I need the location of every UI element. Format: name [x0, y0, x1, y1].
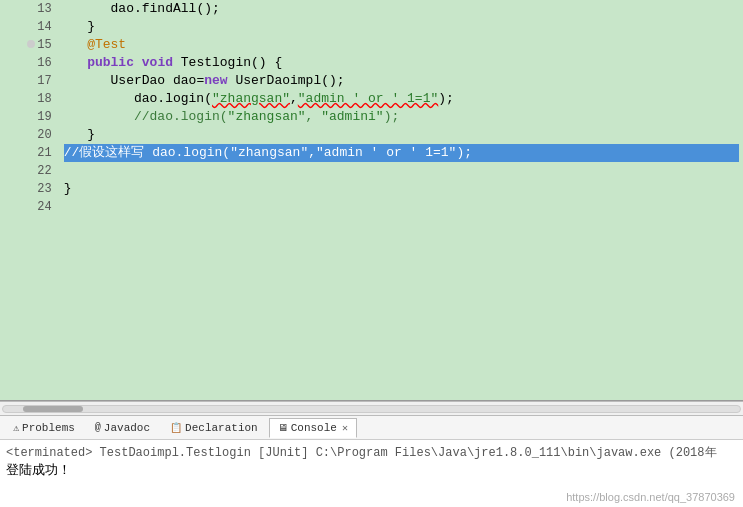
line-content: public void Testlogin() { — [60, 54, 743, 72]
scrollbar-thumb[interactable] — [23, 406, 83, 412]
tab-declaration[interactable]: 📋Declaration — [161, 418, 267, 438]
code-line: 18 dao.login("zhangsan","admin ' or ' 1=… — [0, 90, 743, 108]
token-str: "zhangsan" — [212, 91, 290, 106]
tab-icon: @ — [95, 422, 101, 433]
code-line: 21//假设这样写 dao.login("zhangsan","admin ' … — [0, 144, 743, 162]
token-kw: void — [142, 55, 173, 70]
line-content: //假设这样写 dao.login("zhangsan","admin ' or… — [60, 144, 743, 162]
code-table: 13 dao.findAll();14 }15 @Test16 public v… — [0, 0, 743, 216]
tab-icon: ⚠ — [13, 422, 19, 434]
tab-console[interactable]: 🖥Console✕ — [269, 418, 357, 438]
bottom-tabs: ⚠Problems@Javadoc📋Declaration🖥Console✕ — [0, 415, 743, 439]
line-number: 18 — [0, 90, 60, 108]
code-line: 24 — [0, 198, 743, 216]
console-terminated-text: <terminated> TestDaoimpl.Testlogin [JUni… — [6, 444, 737, 461]
breakpoint-dot — [27, 40, 35, 48]
code-line: 20 } — [0, 126, 743, 144]
token-str: "admin ' or ' 1=1" — [298, 91, 438, 106]
line-number: 20 — [0, 126, 60, 144]
code-line: 19 //dao.login("zhangsan", "admini"); — [0, 108, 743, 126]
line-content: //dao.login("zhangsan", "admini"); — [60, 108, 743, 126]
scrollbar-track[interactable] — [2, 405, 741, 413]
scrollbar-area[interactable] — [0, 401, 743, 415]
line-content: @Test — [60, 36, 743, 54]
line-content: dao.findAll(); — [60, 0, 743, 18]
line-content: } — [60, 126, 743, 144]
line-content: dao.login("zhangsan","admin ' or ' 1=1")… — [60, 90, 743, 108]
token-str2: "zhangsan" — [228, 109, 306, 124]
line-content — [60, 198, 743, 216]
token-comment: ); — [384, 109, 400, 124]
code-line: 22 — [0, 162, 743, 180]
code-line: 17 UserDao dao=new UserDaoimpl(); — [0, 72, 743, 90]
line-content — [60, 162, 743, 180]
tab-icon: 📋 — [170, 422, 182, 434]
line-number: 14 — [0, 18, 60, 36]
code-line: 23} — [0, 180, 743, 198]
highlighted-line: //假设这样写 dao.login("zhangsan","admin ' or… — [64, 144, 739, 162]
token-annotation: @Test — [87, 37, 126, 52]
line-number: 16 — [0, 54, 60, 72]
code-line: 13 dao.findAll(); — [0, 0, 743, 18]
line-content: UserDao dao=new UserDaoimpl(); — [60, 72, 743, 90]
tab-label: Console — [291, 422, 337, 434]
token-str2: "admini" — [321, 109, 383, 124]
token-kw: new — [204, 73, 227, 88]
token-comment: , — [306, 109, 322, 124]
console-success-text: 登陆成功！ — [6, 461, 737, 479]
tab-label: Declaration — [185, 422, 258, 434]
line-number: 17 — [0, 72, 60, 90]
line-number: 13 — [0, 0, 60, 18]
line-number: 24 — [0, 198, 60, 216]
tab-icon: 🖥 — [278, 422, 288, 434]
line-content: } — [60, 180, 743, 198]
code-line: 15 @Test — [0, 36, 743, 54]
tab-label: Javadoc — [104, 422, 150, 434]
line-number: 19 — [0, 108, 60, 126]
line-number: 23 — [0, 180, 60, 198]
tab-close-button[interactable]: ✕ — [342, 422, 348, 434]
token-comment: //dao.login( — [64, 109, 228, 124]
code-editor: 13 dao.findAll();14 }15 @Test16 public v… — [0, 0, 743, 401]
line-content: } — [60, 18, 743, 36]
line-number: 22 — [0, 162, 60, 180]
console-area: <terminated> TestDaoimpl.Testlogin [JUni… — [0, 439, 743, 507]
console-watermark: https://blog.csdn.net/qq_37870369 — [566, 491, 735, 503]
line-number: 21 — [0, 144, 60, 162]
tab-problems[interactable]: ⚠Problems — [4, 418, 84, 438]
code-line: 14 } — [0, 18, 743, 36]
code-line: 16 public void Testlogin() { — [0, 54, 743, 72]
tab-javadoc[interactable]: @Javadoc — [86, 418, 159, 438]
tab-label: Problems — [22, 422, 75, 434]
token-kw: public — [87, 55, 134, 70]
line-number: 15 — [0, 36, 60, 54]
